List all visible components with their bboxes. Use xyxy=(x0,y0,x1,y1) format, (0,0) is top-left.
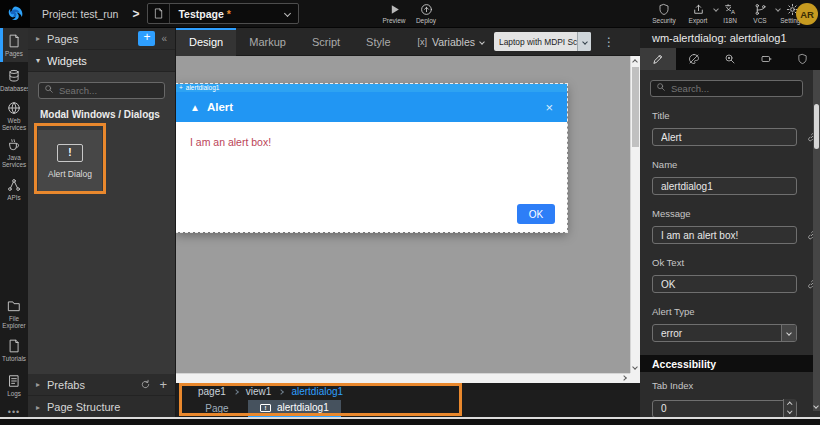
add-page-button[interactable]: + xyxy=(138,31,155,46)
chevron-down-icon xyxy=(577,32,591,51)
pages-panel-header[interactable]: ▸ Pages + « xyxy=(28,28,175,50)
properties-form: Title Name Message Ok Text xyxy=(640,70,813,417)
unsaved-marker: * xyxy=(227,8,231,20)
bind-icon[interactable] xyxy=(806,131,813,143)
rail-item-file-explorer[interactable]: File Explorer xyxy=(0,296,28,332)
variables-button[interactable]: [x] Variables xyxy=(418,36,485,48)
add-prefab-icon[interactable]: + xyxy=(159,380,167,390)
palette-icon xyxy=(688,53,700,65)
field-tab-index: Tab Index xyxy=(652,380,801,417)
scroll-up-icon[interactable] xyxy=(632,59,638,65)
caret-right-icon: ▸ xyxy=(36,380,40,389)
rail-item-logs[interactable]: Logs xyxy=(0,368,28,402)
canvas-vertical-scrollbar[interactable] xyxy=(630,56,640,373)
scroll-down-icon[interactable] xyxy=(632,364,638,370)
shield-icon xyxy=(797,53,808,65)
scrollbar-thumb[interactable] xyxy=(814,104,819,149)
bind-icon[interactable] xyxy=(806,278,813,290)
design-canvas[interactable]: + alertdialog1 ▲ Alert × I am an alert b… xyxy=(176,56,640,383)
device-selector-dropdown[interactable]: Laptop with MDPI Screen xyxy=(494,32,591,51)
ok-button[interactable]: OK xyxy=(517,204,555,224)
alert-dialog-icon: ! xyxy=(260,404,271,412)
page-selector-dropdown[interactable]: Testpage * xyxy=(147,3,299,24)
chevron-down-icon xyxy=(781,325,796,341)
rail-item-apis[interactable]: APIs xyxy=(0,172,28,206)
alert-dialog-preview[interactable]: + alertdialog1 ▲ Alert × I am an alert b… xyxy=(176,84,567,232)
panel-scrollbar[interactable] xyxy=(813,70,820,411)
chevron-right-icon: > xyxy=(132,7,139,21)
field-title: Title xyxy=(652,110,801,146)
scrollbar-thumb[interactable] xyxy=(632,67,639,147)
prefabs-panel-header[interactable]: ▸ Prefabs + xyxy=(28,374,175,396)
tab-properties[interactable] xyxy=(640,48,676,70)
tab-design[interactable]: Design xyxy=(176,28,236,56)
project-name: Project: test_run xyxy=(42,8,118,20)
more-options-icon[interactable]: ⋮ xyxy=(603,35,615,49)
dialog-message: I am an alert box! xyxy=(190,136,271,148)
rail-item-java-services[interactable]: Java Services xyxy=(0,135,28,171)
breadcrumb-view1[interactable]: view1 xyxy=(246,386,272,397)
wavemaker-logo[interactable] xyxy=(0,0,30,28)
dialog-title: Alert xyxy=(207,101,233,113)
breadcrumb-alertdialog1[interactable]: alertdialog1 xyxy=(291,386,343,397)
property-search-input[interactable] xyxy=(650,80,803,97)
page-icon xyxy=(148,4,170,23)
tab-script[interactable]: Script xyxy=(299,28,353,56)
scrollbar-corner xyxy=(630,373,640,383)
title-input[interactable] xyxy=(652,128,797,146)
top-bar: Project: test_run > Testpage * Preview D… xyxy=(0,0,820,28)
field-alert-type: Alert Type error xyxy=(652,306,801,342)
message-input[interactable] xyxy=(652,226,797,244)
selection-tag[interactable]: + alertdialog1 xyxy=(176,84,567,92)
tab-device[interactable] xyxy=(748,48,784,70)
user-avatar[interactable]: AR xyxy=(796,3,818,25)
close-icon[interactable]: × xyxy=(545,100,553,115)
rail-item-web-services[interactable]: Web Services xyxy=(0,98,28,134)
ok-text-input[interactable] xyxy=(652,275,797,293)
tab-style[interactable]: Style xyxy=(353,28,403,56)
number-stepper[interactable] xyxy=(783,399,796,417)
warning-icon: ▲ xyxy=(190,102,200,113)
logs-icon xyxy=(7,374,21,388)
canvas-context-tabs: Page ! alertdialog1 xyxy=(176,400,640,417)
device-icon xyxy=(760,53,773,65)
section-accessibility: Accessibility xyxy=(640,355,813,372)
tab-markup[interactable]: Markup xyxy=(236,28,299,56)
rail-item-databases[interactable]: Databases xyxy=(0,63,28,97)
alert-type-select[interactable]: error xyxy=(652,324,797,342)
alert-dialog-widget-tile[interactable]: ! Alert Dialog xyxy=(38,130,102,192)
tab-styles[interactable] xyxy=(676,48,712,70)
page-structure-panel-header[interactable]: ▸ Page Structure xyxy=(28,396,175,418)
scroll-right-icon[interactable] xyxy=(621,375,627,381)
left-panel: ▸ Pages + « ▾ Widgets Modal Windows / Di… xyxy=(28,28,176,418)
tab-index-input[interactable] xyxy=(652,400,797,418)
tab-events[interactable] xyxy=(712,48,748,70)
widget-category-label: Modal Windows / Dialogs xyxy=(40,109,163,120)
rail-item-tutorials[interactable]: Tutorials xyxy=(0,333,28,367)
current-page-name: Testpage xyxy=(178,8,223,20)
canvas-horizontal-scrollbar[interactable] xyxy=(176,373,630,383)
rail-item-pages[interactable]: Pages xyxy=(0,28,28,62)
tab-alertdialog1-context[interactable]: ! alertdialog1 xyxy=(248,400,341,417)
bind-icon[interactable] xyxy=(806,229,813,241)
deploy-button[interactable]: Deploy xyxy=(406,2,446,24)
coffee-icon xyxy=(7,138,21,152)
globe-icon xyxy=(7,101,21,115)
tab-page-context[interactable]: Page xyxy=(186,400,248,417)
breadcrumb-page1[interactable]: page1 xyxy=(198,386,226,397)
widgets-panel-header[interactable]: ▾ Widgets xyxy=(28,50,175,72)
chevron-right-icon xyxy=(279,389,285,395)
caret-right-icon: ▸ xyxy=(36,34,40,43)
refresh-icon[interactable] xyxy=(140,379,151,390)
field-name: Name xyxy=(652,159,801,195)
database-icon xyxy=(7,69,21,83)
breadcrumb: page1 view1 alertdialog1 xyxy=(176,383,640,400)
chevron-right-icon xyxy=(233,389,239,395)
left-rail: Pages Databases Web Services Java Servic… xyxy=(0,28,28,425)
name-input[interactable] xyxy=(652,177,797,195)
scroll-down-icon[interactable] xyxy=(813,403,819,409)
tab-security[interactable] xyxy=(784,48,820,70)
widget-search-input[interactable] xyxy=(38,82,165,99)
chevron-down-icon xyxy=(284,10,291,17)
collapse-panel-icon[interactable]: « xyxy=(161,33,167,44)
